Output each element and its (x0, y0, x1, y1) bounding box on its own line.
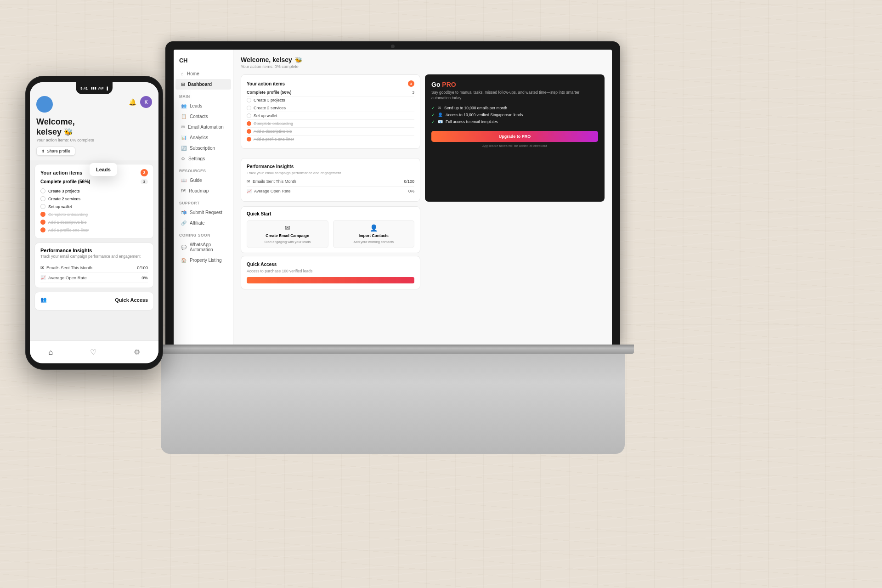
laptop-screen: CH ⌂ Home ⊞ Dashboard Main 👥 Leads 📋 (165, 41, 620, 345)
phone-nav-filter[interactable]: ⚙ (134, 348, 140, 356)
performance-card: Performance Insights Track your email ca… (241, 158, 420, 202)
phone-circle-done (40, 212, 45, 217)
guide-icon: 📖 (181, 178, 187, 183)
sidebar-section-main: Main (174, 90, 233, 101)
phone-perf-openrate: 📈 Average Open Rate 0% (40, 273, 148, 283)
upgrade-pro-button[interactable]: Upgrade to PRO (431, 131, 598, 142)
checkbox-empty (247, 98, 251, 102)
phone-complete-badge: 3 (141, 179, 148, 184)
phone-content: Your action items 3 Complete profile (56… (30, 160, 158, 340)
complete-profile-row: Complete profile (56%) 3 (247, 89, 414, 96)
sidebar-item-email-automation[interactable]: ✉ Email Automation (175, 122, 231, 132)
battery-icon: ▐ (106, 87, 108, 90)
check-icon: ✓ (431, 106, 435, 110)
signal-icon: ▮▮▮ (91, 86, 96, 90)
sidebar-item-guide[interactable]: 📖 Guide (175, 175, 231, 186)
performance-subtitle: Track your email campaign performance an… (247, 171, 414, 175)
sidebar-item-whatsapp[interactable]: 💬 WhatsApp Automation (175, 239, 231, 255)
perf-openrate-label: 📈 Average Open Rate (247, 189, 290, 193)
phone-notch: 9:41 ▮▮▮ WiFi ▐ (76, 82, 113, 94)
phone-perf-title: Performance Insights (40, 248, 148, 253)
phone-circle-empty (40, 204, 45, 209)
checkbox-done (247, 137, 251, 141)
dashboard-grid: Your action items 3 Complete profile (56… (241, 74, 605, 289)
sidebar-item-property[interactable]: 🏠 Property Listing (175, 255, 231, 266)
check-icon: ✓ (431, 119, 435, 124)
affiliate-icon: 🔗 (181, 220, 187, 226)
performance-title: Performance Insights (247, 164, 414, 169)
qs-import-contacts[interactable]: 👤 Import Contacts Add your existing cont… (333, 220, 415, 248)
laptop: CH ⌂ Home ⊞ Dashboard Main 👥 Leads 📋 (152, 41, 634, 547)
quick-access-card: Quick Access Access to purchase 100 veri… (241, 256, 420, 289)
whatsapp-icon: 💬 (181, 245, 187, 250)
go-pro-title: Go PRO (431, 81, 598, 88)
email-feature-icon: ✉ (438, 106, 441, 110)
laptop-camera (391, 45, 395, 48)
templates-feature-icon: 📧 (438, 119, 443, 124)
checkbox-empty (247, 113, 251, 118)
leads-popup: Leads (90, 163, 117, 176)
phone-bottom-nav: ⌂ ♡ ⚙ (30, 340, 158, 363)
quick-start-title: Quick Start (247, 211, 414, 216)
sidebar-section-coming-soon: Coming Soon (174, 228, 233, 239)
checkbox-done (247, 121, 251, 126)
perf-openrate-value: 0% (408, 189, 414, 193)
qs-create-campaign[interactable]: ✉ Create Email Campaign Start engaging w… (247, 220, 328, 248)
phone-openrate-icon: 📈 (40, 275, 46, 280)
action-create-services: Create 2 services (247, 104, 414, 112)
quick-access-title: Quick Access (247, 262, 414, 267)
leads-feature-icon: 👤 (438, 113, 443, 117)
phone-action-oneliner: Add a profile one-liner (40, 226, 148, 234)
checkbox-empty (247, 106, 251, 110)
phone-welcome-name: kelsey (36, 127, 62, 137)
laptop-base (161, 353, 625, 454)
phone-welcome-row: Welcome, kelsey 🐝 (36, 117, 152, 137)
sidebar-item-leads[interactable]: 👥 Leads (175, 101, 231, 111)
sidebar-item-subscription[interactable]: 🔄 Subscription (175, 143, 231, 153)
action-items-card: Your action items 3 Complete profile (56… (241, 74, 420, 149)
welcome-title: Welcome, kelsey (241, 56, 292, 63)
phone-action-services: Create 2 services (40, 195, 148, 203)
quick-access-btn[interactable] (247, 277, 414, 283)
roadmap-icon: 🗺 (181, 188, 186, 193)
quick-access-desc: Access to purchase 100 verified leads (247, 269, 414, 273)
sidebar-item-home[interactable]: ⌂ Home (175, 68, 231, 79)
sidebar-logo: CH (174, 55, 233, 68)
check-icon: ✓ (431, 113, 435, 117)
leads-popup-text: Leads (96, 167, 111, 172)
action-complete-onboarding: Complete onboarding (247, 120, 414, 128)
dashboard-icon: ⊞ (181, 82, 185, 87)
phone-action-wallet: Set up wallet (40, 203, 148, 210)
phone-status-icons: ▮▮▮ WiFi ▐ (91, 86, 108, 90)
phone-header-right: 🔔 K (129, 96, 152, 108)
checkbox-done (247, 129, 251, 134)
user-avatar[interactable]: K (140, 96, 152, 108)
action-setup-wallet: Set up wallet (247, 112, 414, 120)
sidebar-item-analytics[interactable]: 📊 Analytics (175, 132, 231, 143)
subscription-icon: 🔄 (181, 146, 187, 151)
bell-icon[interactable]: 🔔 (129, 98, 136, 106)
sidebar-item-dashboard[interactable]: ⊞ Dashboard (175, 79, 231, 90)
sidebar-item-affiliate[interactable]: 🔗 Affiliate (175, 218, 231, 228)
action-add-oneliner: Add a profile one-liner (247, 136, 414, 143)
sidebar-section-resources: Resources (174, 164, 233, 175)
phone-nav-heart[interactable]: ♡ (90, 348, 96, 356)
sidebar-item-contacts[interactable]: 📋 Contacts (175, 111, 231, 122)
home-icon: ⌂ (181, 71, 184, 76)
phone-welcome-text: Welcome, (36, 117, 75, 126)
phone-perf-subtitle: Track your email campaign performance an… (40, 254, 148, 259)
action-add-bio: Add a descriptive bio (247, 128, 414, 136)
sidebar-item-settings[interactable]: ⚙ Settings (175, 153, 231, 164)
phone-outer: 9:41 ▮▮▮ WiFi ▐ 🔔 K Welcome, (25, 76, 163, 370)
go-pro-feature-1: ✓ ✉ Send up to 10,000 emails per month (431, 106, 598, 110)
phone-action-projects: Create 3 projects (40, 187, 148, 195)
phone-circle-empty (40, 196, 45, 201)
share-profile-button[interactable]: ⬆ Share profile (36, 147, 75, 156)
perf-openrate-row: 📈 Average Open Rate 0% (247, 187, 414, 196)
email-icon: ✉ (181, 124, 185, 130)
sidebar-item-roadmap[interactable]: 🗺 Roadmap (175, 186, 231, 196)
settings-icon: ⚙ (181, 156, 185, 161)
phone-nav-home[interactable]: ⌂ (48, 348, 53, 356)
email-metric-icon: ✉ (247, 179, 250, 184)
sidebar-item-submit-request[interactable]: 📬 Submit Request (175, 207, 231, 218)
